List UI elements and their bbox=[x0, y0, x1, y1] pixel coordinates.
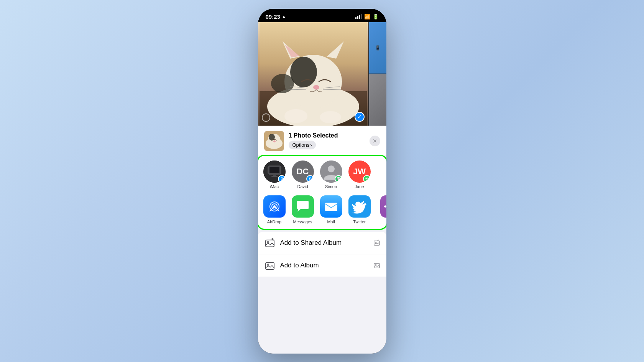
svg-point-5 bbox=[271, 74, 294, 93]
side-photo-1[interactable]: 📱 bbox=[369, 22, 386, 74]
apps-row: AirDrop Messages bbox=[258, 192, 386, 229]
svg-point-32 bbox=[384, 205, 386, 208]
share-header-text: 1 Photo Selected Options › bbox=[289, 132, 365, 149]
location-icon: ▲ bbox=[282, 14, 286, 19]
svg-point-9 bbox=[313, 85, 319, 90]
svg-rect-35 bbox=[265, 240, 274, 247]
app-item-messages[interactable]: Messages bbox=[289, 195, 316, 224]
side-photos: 📱 bbox=[369, 22, 386, 126]
cat-image bbox=[258, 22, 368, 126]
close-button[interactable]: ✕ bbox=[370, 136, 380, 146]
person-item-david[interactable]: DC ⟨⟩ David bbox=[289, 161, 316, 189]
phone-frame: 09:23 ▲ 📶 🔋 bbox=[258, 9, 386, 354]
person-item-imac[interactable]: ⟨⟩ iMac bbox=[261, 161, 288, 189]
svg-point-20 bbox=[273, 140, 276, 142]
svg-point-27 bbox=[328, 165, 335, 172]
app-item-twitter[interactable]: Twitter bbox=[346, 195, 373, 224]
imac-badge: ⟨⟩ bbox=[278, 175, 286, 183]
person-avatar-imac: ⟨⟩ bbox=[263, 161, 286, 183]
action-item-shared-album[interactable]: Add to Shared Album bbox=[258, 232, 386, 254]
app-icon-more bbox=[380, 195, 386, 218]
album-icon bbox=[264, 260, 276, 271]
person-name-david: David bbox=[297, 184, 308, 189]
person-name-jane: Jane bbox=[355, 184, 364, 189]
photo-selected-title: 1 Photo Selected bbox=[289, 132, 365, 139]
close-icon: ✕ bbox=[373, 138, 377, 144]
battery-icon: 🔋 bbox=[373, 14, 379, 20]
status-icons: 📶 🔋 bbox=[355, 14, 379, 20]
app-name-airdrop: AirDrop bbox=[267, 219, 281, 224]
jane-badge: ✉ bbox=[363, 175, 371, 183]
person-avatar-jane: JW ✉ bbox=[348, 161, 371, 183]
svg-rect-39 bbox=[265, 262, 274, 269]
people-row: ⟨⟩ iMac DC ⟨⟩ David bbox=[258, 156, 386, 192]
svg-point-15 bbox=[320, 111, 341, 123]
svg-rect-31 bbox=[325, 203, 337, 211]
person-name-imac: iMac bbox=[270, 184, 279, 189]
shared-album-icon bbox=[264, 237, 276, 249]
album-action-icon bbox=[373, 262, 380, 269]
time-display: 09:23 bbox=[266, 13, 280, 20]
options-chevron: › bbox=[310, 142, 312, 148]
person-item-simon[interactable]: 💬 Simon bbox=[318, 161, 345, 189]
signal-icon bbox=[355, 14, 362, 19]
photos-row: ✓ 📱 bbox=[258, 22, 386, 126]
person-avatar-simon: 💬 bbox=[320, 161, 342, 183]
action-label-album: Add to Album bbox=[280, 262, 319, 269]
share-sheet: 1 Photo Selected Options › ✕ bbox=[258, 126, 386, 354]
person-avatar-david: DC ⟨⟩ bbox=[292, 161, 314, 183]
app-icon-mail bbox=[320, 195, 342, 218]
app-icon-twitter bbox=[348, 195, 371, 218]
app-name-twitter: Twitter bbox=[353, 219, 365, 224]
action-item-album[interactable]: Add to Album bbox=[258, 254, 386, 277]
svg-point-4 bbox=[290, 57, 317, 87]
action-list: Add to Shared Album bbox=[258, 232, 386, 354]
person-name-simon: Simon bbox=[325, 184, 337, 189]
shared-album-action-icon bbox=[373, 239, 380, 246]
share-thumbnail bbox=[264, 131, 284, 151]
app-item-more[interactable] bbox=[375, 195, 386, 224]
select-circle[interactable] bbox=[262, 113, 270, 122]
person-initials-david: DC bbox=[297, 167, 309, 177]
svg-point-14 bbox=[284, 109, 307, 123]
simon-badge: 💬 bbox=[335, 175, 342, 183]
app-icon-airdrop bbox=[263, 195, 286, 218]
action-item-left-shared: Add to Shared Album bbox=[264, 237, 342, 249]
selected-badge: ✓ bbox=[355, 112, 365, 122]
action-label-shared-album: Add to Shared Album bbox=[280, 239, 342, 247]
svg-rect-23 bbox=[269, 167, 279, 173]
share-header: 1 Photo Selected Options › ✕ bbox=[258, 126, 386, 156]
david-badge: ⟨⟩ bbox=[306, 175, 314, 183]
status-bar: 09:23 ▲ 📶 🔋 bbox=[258, 9, 386, 22]
app-name-mail: Mail bbox=[327, 219, 335, 224]
wifi-icon: 📶 bbox=[364, 14, 370, 20]
app-name-messages: Messages bbox=[293, 219, 312, 224]
app-item-airdrop[interactable]: AirDrop bbox=[261, 195, 288, 224]
share-options-panel: ⟨⟩ iMac DC ⟨⟩ David bbox=[258, 156, 386, 229]
app-icon-messages bbox=[292, 195, 314, 218]
status-time: 09:23 ▲ bbox=[266, 13, 286, 20]
screen-content: ✓ 📱 bbox=[258, 22, 386, 354]
svg-rect-25 bbox=[271, 176, 278, 177]
person-initials-jane: JW bbox=[353, 167, 366, 177]
options-label: Options bbox=[292, 142, 310, 148]
main-photo[interactable]: ✓ bbox=[258, 22, 368, 126]
app-item-mail[interactable]: Mail bbox=[318, 195, 345, 224]
side-photo-2[interactable] bbox=[369, 74, 386, 126]
person-item-jane[interactable]: JW ✉ Jane bbox=[346, 161, 373, 189]
svg-rect-24 bbox=[273, 174, 276, 176]
options-button[interactable]: Options › bbox=[289, 141, 316, 149]
action-item-left-album: Add to Album bbox=[264, 260, 319, 271]
